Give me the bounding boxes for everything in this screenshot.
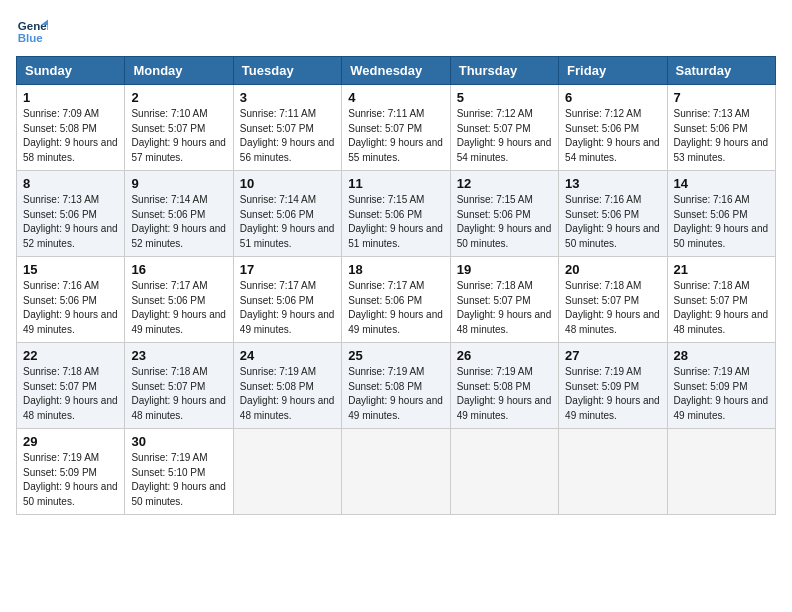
- calendar-cell: 19 Sunrise: 7:18 AM Sunset: 5:07 PM Dayl…: [450, 257, 558, 343]
- daylight-label: Daylight: 9 hours and 54 minutes.: [565, 137, 660, 163]
- day-number: 22: [23, 348, 118, 363]
- cell-content: Sunrise: 7:18 AM Sunset: 5:07 PM Dayligh…: [674, 279, 769, 337]
- cell-content: Sunrise: 7:19 AM Sunset: 5:09 PM Dayligh…: [565, 365, 660, 423]
- daylight-label: Daylight: 9 hours and 50 minutes.: [23, 481, 118, 507]
- sunrise-label: Sunrise: 7:14 AM: [240, 194, 316, 205]
- svg-text:Blue: Blue: [18, 32, 44, 44]
- cell-content: Sunrise: 7:16 AM Sunset: 5:06 PM Dayligh…: [23, 279, 118, 337]
- sunset-label: Sunset: 5:07 PM: [131, 123, 205, 134]
- cell-content: Sunrise: 7:16 AM Sunset: 5:06 PM Dayligh…: [565, 193, 660, 251]
- cell-content: Sunrise: 7:09 AM Sunset: 5:08 PM Dayligh…: [23, 107, 118, 165]
- sunset-label: Sunset: 5:09 PM: [23, 467, 97, 478]
- daylight-label: Daylight: 9 hours and 49 minutes.: [674, 395, 769, 421]
- daylight-label: Daylight: 9 hours and 50 minutes.: [457, 223, 552, 249]
- logo-icon: General Blue: [16, 16, 48, 48]
- day-number: 19: [457, 262, 552, 277]
- sunrise-label: Sunrise: 7:18 AM: [457, 280, 533, 291]
- day-number: 8: [23, 176, 118, 191]
- day-number: 15: [23, 262, 118, 277]
- cell-content: Sunrise: 7:15 AM Sunset: 5:06 PM Dayligh…: [348, 193, 443, 251]
- cell-content: Sunrise: 7:14 AM Sunset: 5:06 PM Dayligh…: [131, 193, 226, 251]
- weekday-header: Sunday: [17, 57, 125, 85]
- calendar-cell: 23 Sunrise: 7:18 AM Sunset: 5:07 PM Dayl…: [125, 343, 233, 429]
- sunset-label: Sunset: 5:06 PM: [674, 123, 748, 134]
- day-number: 17: [240, 262, 335, 277]
- sunrise-label: Sunrise: 7:18 AM: [674, 280, 750, 291]
- daylight-label: Daylight: 9 hours and 50 minutes.: [565, 223, 660, 249]
- day-number: 14: [674, 176, 769, 191]
- day-number: 11: [348, 176, 443, 191]
- cell-content: Sunrise: 7:13 AM Sunset: 5:06 PM Dayligh…: [23, 193, 118, 251]
- daylight-label: Daylight: 9 hours and 48 minutes.: [565, 309, 660, 335]
- day-number: 6: [565, 90, 660, 105]
- sunrise-label: Sunrise: 7:10 AM: [131, 108, 207, 119]
- sunrise-label: Sunrise: 7:16 AM: [674, 194, 750, 205]
- sunset-label: Sunset: 5:06 PM: [565, 209, 639, 220]
- calendar-cell: [667, 429, 775, 515]
- daylight-label: Daylight: 9 hours and 52 minutes.: [23, 223, 118, 249]
- calendar-cell: 26 Sunrise: 7:19 AM Sunset: 5:08 PM Dayl…: [450, 343, 558, 429]
- day-number: 21: [674, 262, 769, 277]
- cell-content: Sunrise: 7:18 AM Sunset: 5:07 PM Dayligh…: [23, 365, 118, 423]
- calendar-cell: 27 Sunrise: 7:19 AM Sunset: 5:09 PM Dayl…: [559, 343, 667, 429]
- cell-content: Sunrise: 7:11 AM Sunset: 5:07 PM Dayligh…: [348, 107, 443, 165]
- cell-content: Sunrise: 7:10 AM Sunset: 5:07 PM Dayligh…: [131, 107, 226, 165]
- calendar-cell: 6 Sunrise: 7:12 AM Sunset: 5:06 PM Dayli…: [559, 85, 667, 171]
- sunset-label: Sunset: 5:07 PM: [131, 381, 205, 392]
- day-number: 24: [240, 348, 335, 363]
- cell-content: Sunrise: 7:19 AM Sunset: 5:09 PM Dayligh…: [674, 365, 769, 423]
- daylight-label: Daylight: 9 hours and 49 minutes.: [457, 395, 552, 421]
- daylight-label: Daylight: 9 hours and 55 minutes.: [348, 137, 443, 163]
- calendar-cell: 2 Sunrise: 7:10 AM Sunset: 5:07 PM Dayli…: [125, 85, 233, 171]
- sunset-label: Sunset: 5:06 PM: [348, 295, 422, 306]
- sunrise-label: Sunrise: 7:19 AM: [457, 366, 533, 377]
- sunset-label: Sunset: 5:06 PM: [348, 209, 422, 220]
- day-number: 26: [457, 348, 552, 363]
- sunrise-label: Sunrise: 7:13 AM: [674, 108, 750, 119]
- day-number: 30: [131, 434, 226, 449]
- calendar-table: SundayMondayTuesdayWednesdayThursdayFrid…: [16, 56, 776, 515]
- calendar-week-row: 15 Sunrise: 7:16 AM Sunset: 5:06 PM Dayl…: [17, 257, 776, 343]
- calendar-cell: 12 Sunrise: 7:15 AM Sunset: 5:06 PM Dayl…: [450, 171, 558, 257]
- calendar-cell: [233, 429, 341, 515]
- sunrise-label: Sunrise: 7:12 AM: [565, 108, 641, 119]
- cell-content: Sunrise: 7:13 AM Sunset: 5:06 PM Dayligh…: [674, 107, 769, 165]
- svg-text:General: General: [18, 20, 48, 32]
- weekday-header: Tuesday: [233, 57, 341, 85]
- calendar-cell: 18 Sunrise: 7:17 AM Sunset: 5:06 PM Dayl…: [342, 257, 450, 343]
- daylight-label: Daylight: 9 hours and 49 minutes.: [131, 309, 226, 335]
- daylight-label: Daylight: 9 hours and 48 minutes.: [240, 395, 335, 421]
- daylight-label: Daylight: 9 hours and 48 minutes.: [674, 309, 769, 335]
- sunset-label: Sunset: 5:08 PM: [23, 123, 97, 134]
- sunrise-label: Sunrise: 7:18 AM: [131, 366, 207, 377]
- sunrise-label: Sunrise: 7:15 AM: [348, 194, 424, 205]
- daylight-label: Daylight: 9 hours and 49 minutes.: [348, 395, 443, 421]
- cell-content: Sunrise: 7:16 AM Sunset: 5:06 PM Dayligh…: [674, 193, 769, 251]
- sunset-label: Sunset: 5:09 PM: [565, 381, 639, 392]
- calendar-cell: [342, 429, 450, 515]
- sunrise-label: Sunrise: 7:19 AM: [674, 366, 750, 377]
- page-header: General Blue: [16, 16, 776, 48]
- sunset-label: Sunset: 5:07 PM: [457, 295, 531, 306]
- cell-content: Sunrise: 7:19 AM Sunset: 5:08 PM Dayligh…: [348, 365, 443, 423]
- daylight-label: Daylight: 9 hours and 54 minutes.: [457, 137, 552, 163]
- daylight-label: Daylight: 9 hours and 49 minutes.: [240, 309, 335, 335]
- sunrise-label: Sunrise: 7:16 AM: [23, 280, 99, 291]
- sunrise-label: Sunrise: 7:19 AM: [131, 452, 207, 463]
- day-number: 25: [348, 348, 443, 363]
- daylight-label: Daylight: 9 hours and 48 minutes.: [457, 309, 552, 335]
- sunrise-label: Sunrise: 7:19 AM: [240, 366, 316, 377]
- daylight-label: Daylight: 9 hours and 51 minutes.: [348, 223, 443, 249]
- daylight-label: Daylight: 9 hours and 53 minutes.: [674, 137, 769, 163]
- cell-content: Sunrise: 7:19 AM Sunset: 5:10 PM Dayligh…: [131, 451, 226, 509]
- daylight-label: Daylight: 9 hours and 50 minutes.: [674, 223, 769, 249]
- daylight-label: Daylight: 9 hours and 52 minutes.: [131, 223, 226, 249]
- sunrise-label: Sunrise: 7:19 AM: [565, 366, 641, 377]
- cell-content: Sunrise: 7:11 AM Sunset: 5:07 PM Dayligh…: [240, 107, 335, 165]
- sunrise-label: Sunrise: 7:15 AM: [457, 194, 533, 205]
- calendar-cell: 15 Sunrise: 7:16 AM Sunset: 5:06 PM Dayl…: [17, 257, 125, 343]
- calendar-cell: 11 Sunrise: 7:15 AM Sunset: 5:06 PM Dayl…: [342, 171, 450, 257]
- cell-content: Sunrise: 7:17 AM Sunset: 5:06 PM Dayligh…: [131, 279, 226, 337]
- calendar-cell: 20 Sunrise: 7:18 AM Sunset: 5:07 PM Dayl…: [559, 257, 667, 343]
- daylight-label: Daylight: 9 hours and 58 minutes.: [23, 137, 118, 163]
